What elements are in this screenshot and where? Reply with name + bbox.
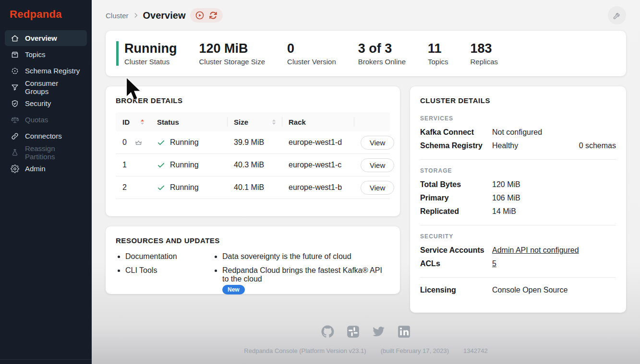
resource-link-redpanda-cloud-brings-the-fastest-kafka-[interactable]: Redpanda Cloud brings the fastest Kafka®… bbox=[222, 266, 390, 294]
detail-row-kafka-connect: Kafka ConnectNot configured bbox=[420, 126, 616, 139]
resource-link-text[interactable]: Documentation bbox=[125, 252, 177, 260]
detail-label: Service Accounts bbox=[420, 246, 492, 255]
resource-link-text[interactable]: Redpanda Cloud brings the fastest Kafka®… bbox=[222, 266, 382, 283]
sidebar-item-label: Overview bbox=[25, 34, 57, 42]
stat-label: Cluster Status bbox=[124, 58, 177, 66]
detail-value: Console Open Source bbox=[492, 286, 568, 294]
broker-size: 39.9 MiB bbox=[227, 138, 282, 147]
sidebar-item-consumer-groups[interactable]: Consumer Groups bbox=[5, 79, 87, 95]
sidebar-item-overview[interactable]: Overview bbox=[5, 30, 87, 46]
column-header-actions bbox=[354, 112, 390, 131]
topbar: Cluster Overview bbox=[106, 0, 626, 31]
sidebar-item-label: Schema Registry bbox=[25, 67, 80, 75]
github-link[interactable] bbox=[321, 325, 334, 340]
home-icon bbox=[11, 34, 19, 43]
wrench-button[interactable] bbox=[608, 6, 626, 24]
twitter-link[interactable] bbox=[372, 325, 385, 340]
stat-value: Running bbox=[124, 41, 177, 56]
sidebar-item-reassign-partitions: Reassign Partitions bbox=[5, 144, 87, 160]
section-heading: STORAGE bbox=[420, 167, 616, 174]
column-label: Status bbox=[157, 118, 179, 126]
version-part: (built February 17, 2023) bbox=[381, 347, 449, 354]
reassign-partitions-icon bbox=[11, 148, 19, 157]
column-header-status: Status bbox=[150, 112, 227, 131]
version-part: Redpanda Console (Platform Version v23.1… bbox=[244, 347, 366, 354]
detail-label: ACLs bbox=[420, 259, 492, 268]
column-header-rack: Rack bbox=[282, 112, 354, 131]
cluster-section-security: SECURITYService AccountsAdmin API not co… bbox=[420, 225, 616, 270]
detail-row-schema-registry: Schema RegistryHealthy0 schemas bbox=[420, 139, 616, 153]
view-broker-button[interactable]: View bbox=[361, 158, 394, 172]
admin-icon bbox=[11, 164, 19, 173]
slack-link[interactable] bbox=[347, 325, 360, 340]
sidebar-item-label: Reassign Partitions bbox=[25, 144, 81, 161]
twitter-icon bbox=[372, 325, 385, 340]
crown-icon bbox=[134, 139, 143, 147]
stat-label: Replicas bbox=[471, 58, 498, 66]
broker-status-cell: Running bbox=[150, 138, 227, 147]
consumer-groups-icon bbox=[11, 83, 19, 92]
broker-status-cell: Running bbox=[150, 183, 227, 192]
broker-action-cell: View bbox=[354, 181, 395, 195]
stat-cluster-version: 0Cluster Version bbox=[287, 41, 336, 66]
left-column: BROKER DETAILS IDStatusSizeRack 0Running… bbox=[106, 86, 400, 294]
linkedin-link[interactable] bbox=[398, 325, 411, 340]
cluster-details-sections: SERVICESKafka ConnectNot configuredSchem… bbox=[420, 112, 616, 297]
resource-link-documentation[interactable]: Documentation bbox=[125, 252, 213, 261]
refresh-button[interactable] bbox=[208, 11, 218, 20]
detail-value[interactable]: Admin API not configured bbox=[492, 246, 579, 255]
sidebar-item-topics[interactable]: Topics bbox=[5, 47, 87, 62]
play-circle-button[interactable] bbox=[195, 11, 205, 20]
stat-value: 120 MiB bbox=[199, 41, 265, 56]
broker-row: 2Running40.1 MiBeurope-west1-bView bbox=[116, 176, 390, 199]
sidebar-item-security[interactable]: Security bbox=[5, 95, 87, 111]
broker-size: 40.1 MiB bbox=[227, 183, 282, 192]
column-header-id[interactable]: ID bbox=[116, 112, 150, 131]
view-broker-button[interactable]: View bbox=[361, 136, 394, 150]
stat-replicas: 183Replicas bbox=[471, 41, 498, 66]
quotas-icon bbox=[11, 116, 19, 124]
connectors-icon bbox=[11, 132, 19, 141]
sidebar-item-admin[interactable]: Admin bbox=[5, 161, 87, 176]
schema-registry-icon bbox=[11, 67, 19, 75]
sidebar-item-schema-registry[interactable]: Schema Registry bbox=[5, 63, 87, 79]
resource-link-text[interactable]: CLI Tools bbox=[125, 266, 157, 274]
detail-row-service-accounts: Service AccountsAdmin API not configured bbox=[420, 244, 616, 257]
cluster-details-title: CLUSTER DETAILS bbox=[420, 96, 616, 105]
resource-link-text[interactable]: Data sovereignty is the future of cloud bbox=[222, 252, 351, 260]
cluster-section-services: SERVICESKafka ConnectNot configuredSchem… bbox=[420, 112, 616, 153]
stat-value: 183 bbox=[471, 41, 498, 56]
chevron-right-icon bbox=[133, 12, 139, 19]
column-header-size[interactable]: Size bbox=[227, 112, 282, 131]
sidebar-item-label: Connectors bbox=[25, 132, 62, 140]
sidebar-item-label: Quotas bbox=[25, 116, 48, 124]
broker-action-cell: View bbox=[354, 158, 395, 172]
sidebar-item-quotas: Quotas bbox=[5, 112, 87, 128]
detail-value: Healthy bbox=[492, 141, 518, 150]
broker-rack: europe-west1-d bbox=[282, 138, 354, 147]
linkedin-icon bbox=[398, 325, 411, 340]
detail-row-primary: Primary106 MiB bbox=[420, 191, 616, 205]
column-label: Rack bbox=[289, 118, 306, 126]
resources-card: RESOURCES AND UPDATES DocumentationCLI T… bbox=[106, 226, 400, 294]
topics-icon bbox=[11, 50, 19, 59]
broker-table-header: IDStatusSizeRack bbox=[116, 112, 390, 131]
sidebar-item-connectors[interactable]: Connectors bbox=[5, 128, 87, 144]
stat-brokers-online: 3 of 3Brokers Online bbox=[358, 41, 406, 66]
check-icon bbox=[157, 161, 165, 169]
broker-id-cell: 2 bbox=[116, 183, 150, 192]
stat-cluster-status: RunningCluster Status bbox=[116, 41, 177, 66]
content-columns: BROKER DETAILS IDStatusSizeRack 0Running… bbox=[106, 86, 626, 313]
resource-link-cli-tools[interactable]: CLI Tools bbox=[125, 266, 213, 275]
view-broker-button[interactable]: View bbox=[361, 181, 394, 195]
main-content: Cluster Overview RunningCluster Status12… bbox=[92, 0, 640, 364]
stat-value: 0 bbox=[287, 41, 336, 56]
detail-value[interactable]: 5 bbox=[492, 259, 496, 268]
broker-size: 40.3 MiB bbox=[227, 161, 282, 169]
breadcrumb-cluster-link[interactable]: Cluster bbox=[106, 12, 129, 20]
sidebar-nav: OverviewTopicsSchema RegistryConsumer Gr… bbox=[0, 27, 92, 180]
stat-cluster-storage-size: 120 MiBCluster Storage Size bbox=[199, 41, 265, 66]
broker-id: 2 bbox=[122, 183, 127, 192]
resource-link-data-sovereignty-is-the-future-of-cloud[interactable]: Data sovereignty is the future of cloud bbox=[222, 252, 390, 261]
stat-label: Topics bbox=[428, 58, 448, 66]
